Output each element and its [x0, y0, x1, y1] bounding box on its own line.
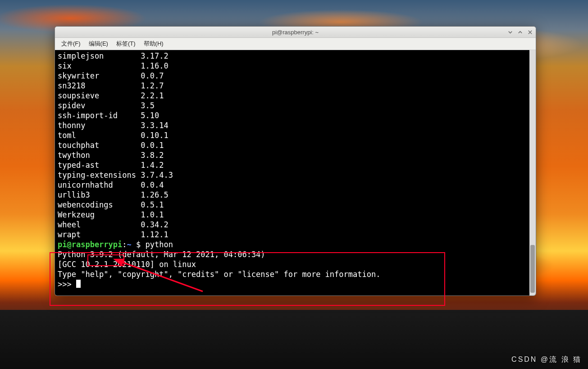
chevron-up-icon — [517, 29, 523, 35]
pkg-row: wrapt 1.12.1 — [58, 230, 529, 240]
pkg-row: Werkzeug 1.0.1 — [58, 210, 529, 220]
pkg-row: soupsieve 2.2.1 — [58, 91, 529, 101]
python-version-line: Python 3.9.2 (default, Mar 12 2021, 04:0… — [58, 249, 529, 259]
pkg-row: six 1.16.0 — [58, 61, 529, 71]
pkg-row: toml 0.10.1 — [58, 130, 529, 140]
terminal-area: simplejson 3.17.2six 1.16.0skywriter 0.0… — [55, 50, 536, 295]
scrollbar-thumb[interactable] — [530, 245, 535, 293]
pkg-row: sn3218 1.2.7 — [58, 81, 529, 91]
pkg-row: touchphat 0.0.1 — [58, 140, 529, 150]
python-repl-prompt[interactable]: >>> — [58, 279, 529, 289]
terminal-output[interactable]: simplejson 3.17.2six 1.16.0skywriter 0.0… — [55, 50, 529, 295]
maximize-button[interactable] — [517, 29, 523, 35]
menu-edit[interactable]: 编辑(E) — [85, 39, 112, 49]
chevron-down-icon — [507, 29, 513, 35]
menu-help[interactable]: 帮助(H) — [140, 39, 167, 49]
window-controls — [507, 27, 533, 37]
pkg-row: typing-extensions 3.7.4.3 — [58, 170, 529, 180]
pkg-row: typed-ast 1.4.2 — [58, 160, 529, 170]
terminal-window: pi@raspberrypi: ~ 文件(F) 编辑(E) 标签(T) 帮助(H… — [55, 26, 536, 296]
pkg-row: thonny 3.3.14 — [58, 120, 529, 130]
pkg-row: webencodings 0.5.1 — [58, 200, 529, 210]
shell-prompt-line: pi@raspberrypi:~ $ python — [58, 240, 529, 249]
menu-bar: 文件(F) 编辑(E) 标签(T) 帮助(H) — [55, 38, 536, 50]
pkg-row: wheel 0.34.2 — [58, 220, 529, 230]
close-icon — [527, 29, 533, 35]
titlebar[interactable]: pi@raspberrypi: ~ — [55, 27, 536, 38]
minimize-button[interactable] — [507, 29, 513, 35]
pkg-row: skywriter 0.0.7 — [58, 71, 529, 81]
pkg-row: spidev 3.5 — [58, 101, 529, 111]
pkg-row: urllib3 1.26.5 — [58, 190, 529, 200]
close-button[interactable] — [527, 29, 533, 35]
terminal-scrollbar[interactable] — [529, 50, 536, 295]
pkg-row: ssh-import-id 5.10 — [58, 111, 529, 120]
menu-file[interactable]: 文件(F) — [58, 39, 84, 49]
menu-tabs[interactable]: 标签(T) — [113, 39, 139, 49]
pkg-row: simplejson 3.17.2 — [58, 51, 529, 61]
window-title: pi@raspberrypi: ~ — [272, 29, 319, 36]
watermark: CSDN @流 浪 猫 — [511, 355, 582, 364]
pkg-row: unicornhathd 0.0.4 — [58, 180, 529, 190]
pkg-row: twython 3.8.2 — [58, 150, 529, 160]
terminal-cursor — [76, 280, 81, 288]
